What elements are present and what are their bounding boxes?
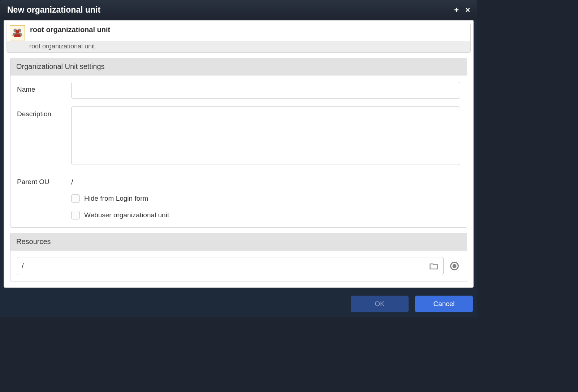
dialog-title: New organizational unit: [7, 5, 100, 15]
description-input[interactable]: [71, 106, 460, 165]
close-icon[interactable]: ×: [465, 6, 470, 14]
name-row: Name: [17, 82, 460, 99]
target-icon[interactable]: [449, 260, 460, 272]
resources-panel-heading: Resources: [10, 233, 467, 251]
checkbox-box-icon: [71, 211, 80, 219]
name-input[interactable]: [71, 82, 460, 99]
resource-path-input[interactable]: [22, 262, 429, 270]
dialog: New organizational unit + ×: [0, 0, 477, 317]
parent-ou-label: Parent OU: [17, 174, 71, 186]
settings-panel-heading: Organizational Unit settings: [10, 58, 467, 75]
checkbox-stack: Hide from Login form Webuser organizatio…: [71, 194, 460, 219]
checkbox-box-icon: [71, 194, 80, 203]
hide-login-checkbox[interactable]: Hide from Login form: [71, 194, 460, 203]
header-texts: root organizational unit: [30, 25, 467, 34]
titlebar-actions: + ×: [454, 6, 470, 14]
resources-row: [10, 251, 467, 282]
folder-icon[interactable]: [429, 261, 439, 271]
dialog-footer: OK Cancel: [0, 291, 477, 317]
titlebar: New organizational unit + ×: [0, 0, 477, 20]
settings-panel-body: Name Description Parent OU /: [10, 75, 467, 227]
header-section: root organizational unit root organizati…: [7, 23, 471, 53]
webuser-label: Webuser organizational unit: [84, 211, 169, 219]
checkbox-spacer: [17, 194, 71, 198]
header-title: root organizational unit: [30, 25, 467, 34]
name-label: Name: [17, 82, 71, 93]
ok-button[interactable]: OK: [351, 296, 409, 312]
settings-panel: Organizational Unit settings Name Descri…: [10, 58, 467, 228]
webuser-checkbox[interactable]: Webuser organizational unit: [71, 211, 460, 219]
cancel-button[interactable]: Cancel: [415, 296, 473, 312]
svg-point-4: [453, 265, 456, 267]
header-subtitle: root organizational unit: [7, 41, 470, 52]
description-label: Description: [17, 106, 71, 118]
svg-point-2: [16, 30, 19, 34]
parent-ou-row: Parent OU /: [17, 174, 460, 186]
header-row: root organizational unit: [7, 23, 470, 40]
resources-panel: Resources: [10, 233, 467, 282]
description-row: Description: [17, 106, 460, 166]
org-unit-icon: [10, 25, 25, 40]
hide-login-label: Hide from Login form: [84, 195, 148, 202]
add-icon[interactable]: +: [454, 6, 459, 14]
checkbox-stack-row: Hide from Login form Webuser organizatio…: [17, 194, 460, 219]
parent-ou-value: /: [71, 174, 460, 186]
resource-input-wrap: [17, 257, 444, 275]
content-wrapper: root organizational unit root organizati…: [4, 20, 474, 288]
